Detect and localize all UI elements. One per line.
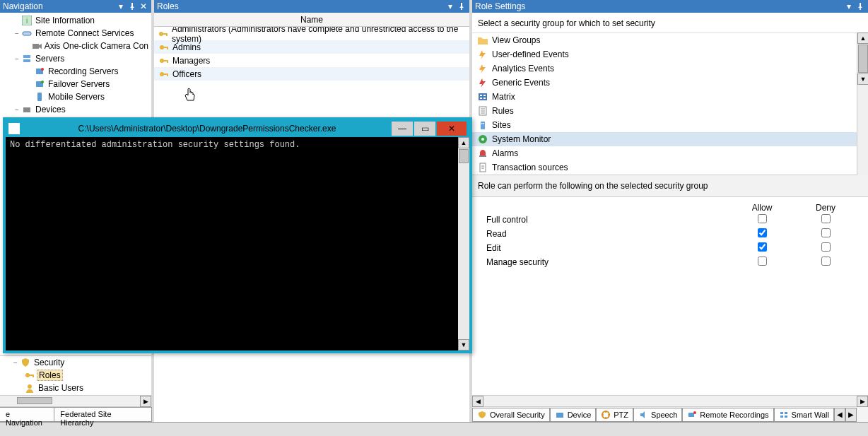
roles-column-header[interactable]: Name [154,13,469,27]
pin-icon[interactable] [457,1,467,11]
svg-rect-41 [481,123,483,124]
tree-item[interactable]: −Devices [1,103,150,116]
tab-label: Overall Security [490,411,545,419]
role-row[interactable]: Officers [154,67,469,81]
svg-rect-53 [780,412,783,414]
minimize-button[interactable]: — [392,122,413,136]
expander-icon[interactable]: − [13,106,21,114]
permission-row: Full control [486,213,854,227]
tree-label: Axis One-click Camera Con [43,41,150,51]
tree-item[interactable]: Failover Servers [1,78,150,90]
expander-icon[interactable]: − [13,30,21,37]
close-button[interactable]: ✕ [437,122,467,136]
scrollbar-thumb[interactable] [17,397,52,404]
flash-red-icon [476,77,489,88]
security-group-item[interactable]: Transaction sources [472,160,857,175]
console-vscrollbar[interactable]: ▲ ▼ [458,137,469,350]
allow-checkbox[interactable] [758,242,767,252]
tabs-scroll-left-icon[interactable]: ◀ [834,408,845,422]
link-icon [21,28,33,39]
scroll-down-icon[interactable]: ▼ [458,339,469,350]
tabs-scroll-right-icon[interactable]: ▶ [845,408,857,422]
security-group-item[interactable]: User-defined Events [472,47,857,61]
column-name: Name [300,15,323,25]
permission-label: Full control [486,215,727,225]
failover-icon [34,78,45,90]
navigation-tabs: e Navigation Federated Site Hierarchy [0,406,151,422]
permission-label: Edit [486,243,727,253]
settings-hscrollbar[interactable]: ◀ ▶ [472,395,868,406]
security-group-item[interactable]: Rules [472,104,857,118]
allow-checkbox[interactable] [758,214,767,223]
allow-checkbox[interactable] [758,228,767,237]
security-group-item[interactable]: View Groups [472,33,857,47]
console-titlebar[interactable]: C:\Users\Administrator\Desktop\Downgrade… [6,120,469,137]
security-group-item[interactable]: Alarms [472,146,857,160]
tab-federated-hierarchy[interactable]: Federated Site Hierarchy [54,407,152,422]
tab-speech[interactable]: Speech [633,408,682,422]
role-row[interactable]: Managers [154,54,469,67]
allow-checkbox[interactable] [758,257,767,266]
tree-item[interactable]: Mobile Servers [1,90,150,103]
security-group-label: System Monitor [492,134,551,144]
deny-checkbox[interactable] [821,214,831,223]
security-group-item[interactable]: System Monitor [472,132,857,146]
tab-label: Speech [651,411,677,419]
tree-item[interactable]: −Servers [1,52,150,65]
scroll-up-icon[interactable]: ▲ [857,33,868,44]
navigation-title: Navigation [3,0,43,13]
security-group-vscrollbar[interactable]: ▲ ▼ [857,33,868,175]
tree-label: Failover Servers [47,79,111,89]
scroll-right-icon[interactable]: ▶ [140,396,151,407]
device-icon [21,104,33,115]
expander-icon[interactable]: − [13,55,21,63]
dropdown-icon[interactable]: ▾ [116,1,126,11]
dropdown-icon[interactable]: ▾ [445,1,455,11]
matrix-icon [476,91,489,102]
scrollbar-thumb[interactable] [858,45,868,73]
security-group-item[interactable]: Sites [472,118,857,132]
tree-item[interactable]: Recording Servers [1,65,150,78]
user-icon [24,382,35,394]
deny-checkbox[interactable] [821,228,831,237]
dropdown-icon[interactable]: ▾ [844,1,854,11]
role-settings-title: Role Settings [475,0,525,13]
tab-overall-security[interactable]: Overall Security [472,408,550,422]
console-window[interactable]: C:\Users\Administrator\Desktop\Downgrade… [3,117,472,353]
tree-item-security[interactable]: − Security [0,356,151,369]
navigation-hscrollbar[interactable]: ▶ [0,395,151,406]
maximize-button[interactable]: ▭ [414,122,435,136]
scroll-down-icon[interactable]: ▼ [857,73,868,85]
tab-site-navigation[interactable]: e Navigation [0,407,54,422]
pin-icon[interactable] [855,1,865,11]
scroll-right-icon[interactable]: ▶ [857,396,868,407]
svg-rect-45 [479,155,486,157]
deny-checkbox[interactable] [821,242,831,252]
mobile-icon [34,91,45,102]
flash-orange-icon [476,49,489,60]
column-allow: Allow [727,203,797,213]
security-group-item[interactable]: Matrix [472,90,857,104]
expander-icon[interactable]: − [11,359,20,367]
scrollbar-thumb[interactable] [459,149,469,163]
security-group-list: View GroupsUser-defined EventsAnalytics … [472,33,857,175]
tab-smart-wall[interactable]: Smart Wall [774,408,834,422]
scroll-left-icon[interactable]: ◀ [472,396,483,407]
tab-ptz[interactable]: PTZ [596,408,633,422]
tab-device[interactable]: Device [550,408,597,422]
pin-icon[interactable] [127,1,137,11]
deny-checkbox[interactable] [821,257,831,266]
close-icon[interactable]: ✕ [139,1,148,11]
tree-item[interactable]: Axis One-click Camera Con [1,40,150,52]
scroll-up-icon[interactable]: ▲ [458,137,469,148]
svg-rect-29 [167,73,168,76]
tree-item[interactable]: −Remote Connect Services [1,27,150,40]
tree-item-basic-users[interactable]: Basic Users [0,382,151,394]
tab-remote-recordings[interactable]: Remote Recordings [682,408,773,422]
tree-item[interactable]: iSite Information [1,14,150,27]
role-row[interactable]: Administrators (Administrators have comp… [154,27,469,40]
security-group-item[interactable]: Generic Events [472,76,857,90]
security-group-item[interactable]: Analytics Events [472,61,857,76]
tree-item-roles[interactable]: Roles [0,369,151,382]
permission-row: Read [486,227,854,241]
